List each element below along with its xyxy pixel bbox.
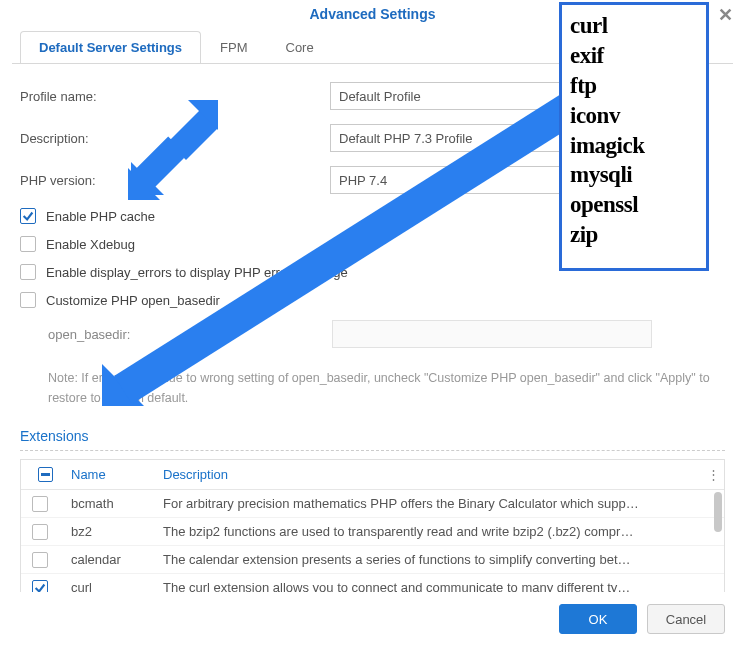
overlay-item: zip [570, 220, 698, 250]
table-row[interactable]: bcmathFor arbitrary precision mathematic… [21, 490, 724, 518]
overlay-item: curl [570, 11, 698, 41]
overlay-item: mysqli [570, 160, 698, 190]
php-version-label: PHP version: [20, 173, 330, 188]
row-name: bz2 [69, 524, 163, 539]
customize-basedir-checkbox[interactable] [20, 292, 36, 308]
col-description[interactable]: Description [163, 467, 702, 482]
row-checkbox[interactable] [32, 524, 48, 540]
extension-hint-overlay: curlexifftpiconvimagickmysqliopensslzip [559, 2, 709, 271]
row-desc: The bzip2 functions are used to transpar… [163, 524, 724, 539]
open-basedir-input [332, 320, 652, 348]
close-icon[interactable]: ✕ [718, 6, 733, 24]
row-checkbox[interactable] [32, 496, 48, 512]
tab-default-server[interactable]: Default Server Settings [20, 31, 201, 63]
window-title: Advanced Settings [309, 6, 435, 22]
col-name[interactable]: Name [69, 467, 163, 482]
php-version-select[interactable]: PHP 7.4 [330, 166, 590, 194]
overlay-item: ftp [570, 71, 698, 101]
extensions-heading: Extensions [0, 414, 745, 450]
row-desc: For arbitrary precision mathematics PHP … [163, 496, 724, 511]
basedir-note: Note: If errors occur due to wrong setti… [20, 362, 725, 410]
cancel-button[interactable]: Cancel [647, 604, 725, 634]
overlay-item: iconv [570, 101, 698, 131]
table-menu-icon[interactable]: ⋮ [702, 467, 724, 482]
customize-basedir-label: Customize PHP open_basedir [46, 293, 220, 308]
extensions-table: Name Description ⋮ bcmathFor arbitrary p… [20, 459, 725, 611]
overlay-item: imagick [570, 131, 698, 161]
tab-fpm[interactable]: FPM [201, 31, 266, 63]
row-name: bcmath [69, 496, 163, 511]
profile-name-label: Profile name: [20, 89, 330, 104]
divider [20, 450, 725, 451]
enable-php-cache-label: Enable PHP cache [46, 209, 155, 224]
row-checkbox[interactable] [32, 552, 48, 568]
profile-name-input[interactable] [330, 82, 590, 110]
enable-php-cache-checkbox[interactable] [20, 208, 36, 224]
enable-xdebug-checkbox[interactable] [20, 236, 36, 252]
tab-core[interactable]: Core [267, 31, 333, 63]
ok-button[interactable]: OK [559, 604, 637, 634]
enable-display-errors-label: Enable display_errors to display PHP err… [46, 265, 348, 280]
table-row[interactable]: bz2The bzip2 functions are used to trans… [21, 518, 724, 546]
php-version-value: PHP 7.4 [339, 173, 387, 188]
description-label: Description: [20, 131, 330, 146]
open-basedir-label: open_basedir: [48, 327, 332, 342]
overlay-item: exif [570, 41, 698, 71]
row-name: calendar [69, 552, 163, 567]
scrollbar[interactable] [714, 492, 722, 608]
select-all-checkbox[interactable] [38, 467, 53, 482]
enable-xdebug-label: Enable Xdebug [46, 237, 135, 252]
row-desc: The calendar extension presents a series… [163, 552, 724, 567]
table-row[interactable]: calendarThe calendar extension presents … [21, 546, 724, 574]
enable-display-errors-checkbox[interactable] [20, 264, 36, 280]
description-input[interactable] [330, 124, 590, 152]
overlay-item: openssl [570, 190, 698, 220]
